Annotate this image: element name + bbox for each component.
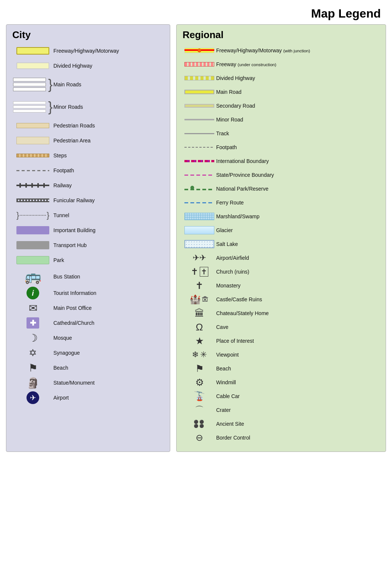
list-item: Ferry Route xyxy=(183,197,380,209)
reg-castle-label: Castle/Castle Ruins xyxy=(216,296,380,302)
reg-secondary-road-label: Secondary Road xyxy=(216,103,380,109)
list-item: ✉ Main Post Office xyxy=(12,302,164,314)
transport-hub-icon xyxy=(12,241,53,249)
list-item: Transport Hub xyxy=(12,239,164,252)
list-item: Secondary Road xyxy=(183,100,380,112)
list-item: ⊖ Border Control xyxy=(183,432,380,444)
railway-icon xyxy=(12,183,53,188)
reg-national-park-label: National Park/Reserve xyxy=(216,186,380,192)
reg-viewpoint-icon: ❄ ✳ xyxy=(183,350,216,360)
reg-cave-icon: Ω xyxy=(183,321,216,333)
list-item: 🚌 Bus Station xyxy=(12,269,164,284)
list-item: ✝ ✝ Church (ruins) xyxy=(183,266,380,278)
cathedral-icon: ✚ xyxy=(12,317,53,329)
church-cross-box: ✚ xyxy=(27,317,39,329)
main-roads-label: Main Roads xyxy=(53,81,164,87)
list-item: ⚫⚫⚫⚫ Ancient Site xyxy=(183,418,380,430)
list-item: State/Province Boundary xyxy=(183,169,380,181)
list-item: i Tourist Information xyxy=(12,287,164,299)
reg-national-park-icon xyxy=(183,186,216,192)
reg-castle-icon: 🏰 🏚 xyxy=(183,294,216,305)
pedestrian-area-icon xyxy=(12,137,53,144)
airport-city-icon: ✈ xyxy=(12,391,53,404)
columns-wrapper: City Freeway/Highway/Motorway Divided Hi… xyxy=(0,24,392,459)
reg-intl-boundary-icon xyxy=(183,160,216,162)
list-item: ✈ Airport xyxy=(12,391,164,404)
reg-state-boundary-icon xyxy=(183,175,216,176)
list-item: } { Tunnel xyxy=(12,209,164,222)
reg-divided-icon xyxy=(183,76,216,80)
reg-airport-label: Airport/Airfield xyxy=(216,255,380,261)
divided-hwy-city-icon xyxy=(12,62,53,69)
list-item: Marshland/Swamp xyxy=(183,210,380,222)
reg-freeway-construction-icon xyxy=(183,62,216,67)
important-building-label: Important Building xyxy=(53,227,164,233)
reg-footpath-label: Footpath xyxy=(216,144,380,150)
reg-monastery-icon: ✝ xyxy=(183,280,216,292)
minor-roads-label: Minor Roads xyxy=(53,104,164,110)
statue-icon: 🗿 xyxy=(12,377,53,389)
reg-airport-icon: ✈✈ xyxy=(183,253,216,263)
synagogue-label: Synagogue xyxy=(53,350,164,356)
list-item: Glacier xyxy=(183,224,380,236)
tunnel-icon: } { xyxy=(12,210,53,220)
funicular-icon xyxy=(12,198,53,202)
reg-church-label: Church (ruins) xyxy=(216,269,380,275)
reg-ancient-icon: ⚫⚫⚫⚫ xyxy=(183,420,216,428)
mosque-icon: ☽ xyxy=(12,332,53,344)
reg-main-road-icon xyxy=(183,90,216,94)
reg-freeway-label: Freeway/Highway/Motorway (with junction) xyxy=(216,47,380,53)
list-item: Freeway/Highway/Motorway (with junction) xyxy=(183,44,380,56)
reg-windmill-icon: ⚙ xyxy=(183,377,216,388)
list-item: Railway xyxy=(12,179,164,192)
list-item: ☽ Mosque xyxy=(12,332,164,344)
synagogue-icon: ✡ xyxy=(12,347,53,359)
reg-glacier-icon xyxy=(183,226,216,234)
list-item: ✚ Cathedral/Church xyxy=(12,317,164,329)
reg-monastery-label: Monastery xyxy=(216,283,380,289)
pedestrian-roads-label: Pedestrian Roads xyxy=(53,123,164,129)
list-item: ⌒ Crater xyxy=(183,404,380,416)
reg-marshland-icon xyxy=(183,213,216,220)
funicular-label: Funicular Railway xyxy=(53,197,164,203)
list-item: Ω Cave xyxy=(183,321,380,333)
reg-chateau-icon: 🏛 xyxy=(183,308,216,319)
list-item: ⚑ Beach xyxy=(183,363,380,375)
freeway-city-icon xyxy=(12,47,53,55)
list-item: } Main Roads xyxy=(12,74,164,95)
freeway-city-label: Freeway/Highway/Motorway xyxy=(53,48,164,54)
list-item: Freeway/Highway/Motorway xyxy=(12,44,164,57)
list-item: ✈✈ Airport/Airfield xyxy=(183,252,380,264)
reg-border-icon: ⊖ xyxy=(183,432,216,443)
list-item: Divided Highway xyxy=(183,72,380,84)
reg-crater-label: Crater xyxy=(216,407,380,413)
bus-station-label: Bus Station xyxy=(53,274,164,280)
airport-city-label: Airport xyxy=(53,395,164,401)
regional-column: Regional Freeway/Highway/Motorway (with … xyxy=(176,24,386,452)
beach-city-label: Beach xyxy=(53,365,164,371)
list-item: Divided Highway xyxy=(12,59,164,72)
list-item: International Boundary xyxy=(183,155,380,167)
reg-interest-icon: ★ xyxy=(183,335,216,347)
list-item: Main Road xyxy=(183,86,380,98)
city-column: City Freeway/Highway/Motorway Divided Hi… xyxy=(6,24,170,452)
list-item: National Park/Reserve xyxy=(183,183,380,195)
reg-state-boundary-label: State/Province Boundary xyxy=(216,172,380,178)
list-item: Park xyxy=(12,254,164,267)
reg-minor-road-label: Minor Road xyxy=(216,117,380,123)
bus-station-icon: 🚌 xyxy=(12,269,53,284)
list-item: Funicular Railway xyxy=(12,194,164,207)
reg-ferry-label: Ferry Route xyxy=(216,200,380,206)
list-item: Pedestrian Area xyxy=(12,134,164,147)
steps-icon xyxy=(12,154,53,157)
reg-chateau-label: Chateau/Stately Home xyxy=(216,310,380,316)
reg-divided-label: Divided Highway xyxy=(216,75,380,81)
list-item: } Minor Roads xyxy=(12,97,164,117)
reg-beach-icon: ⚑ xyxy=(183,363,216,375)
steps-label: Steps xyxy=(53,153,164,158)
reg-beach-label: Beach xyxy=(216,366,380,372)
park-label: Park xyxy=(53,257,164,263)
pedestrian-roads-icon xyxy=(12,123,53,128)
list-item: Footpath xyxy=(183,141,380,153)
reg-crater-icon: ⌒ xyxy=(183,404,216,416)
